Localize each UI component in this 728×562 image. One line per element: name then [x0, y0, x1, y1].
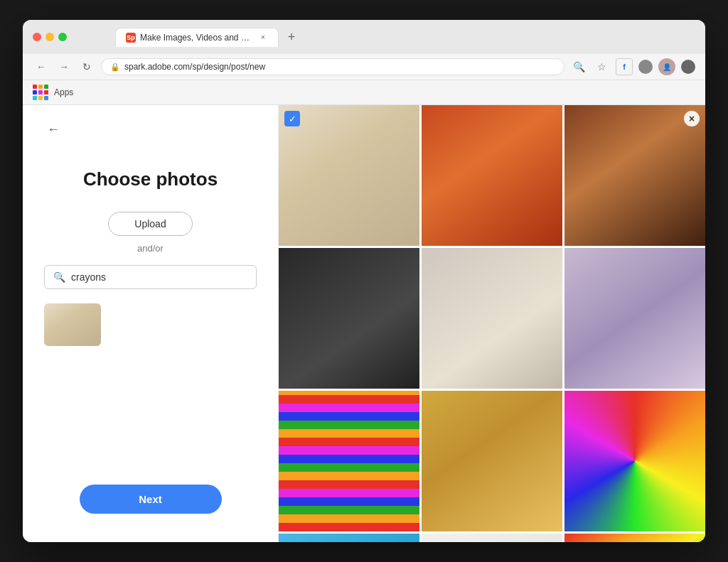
next-button[interactable]: Next: [80, 485, 222, 514]
panel-title: Choose photos: [44, 168, 257, 190]
lock-icon: 🔒: [110, 63, 120, 72]
selected-check-badge: ✓: [284, 111, 300, 126]
facebook-icon[interactable]: f: [616, 58, 633, 75]
browser-window: Sp Make Images, Videos and Web... × + ← …: [23, 20, 705, 542]
photo-placeholder: [422, 248, 562, 389]
photo-placeholder: [279, 391, 419, 531]
photo-grid-panel: ✓×: [279, 105, 705, 542]
bookmark-icon[interactable]: ☆: [593, 58, 610, 75]
photo-placeholder: [279, 534, 419, 542]
photo-cell[interactable]: [564, 391, 705, 531]
page-content: ← Choose photos Upload and/or 🔍 Next ✓×: [23, 105, 705, 542]
browser-tab[interactable]: Sp Make Images, Videos and Web... ×: [115, 28, 279, 47]
close-traffic-light[interactable]: [33, 33, 41, 41]
address-bar-row: ← → ↻ 🔒 spark.adobe.com/sp/design/post/n…: [23, 54, 705, 80]
browser-chrome: Sp Make Images, Videos and Web... × + ← …: [23, 20, 705, 105]
photo-placeholder: [422, 391, 562, 531]
minimize-traffic-light[interactable]: [46, 33, 54, 41]
photo-close-button[interactable]: ×: [684, 111, 700, 126]
address-text: spark.adobe.com/sp/design/post/new: [124, 62, 265, 72]
photo-placeholder: [564, 248, 705, 389]
photo-cell[interactable]: [279, 391, 419, 531]
toolbar-icons: 🔍 ☆ f 👤: [570, 58, 695, 75]
photo-cell[interactable]: [279, 248, 419, 389]
photo-cell[interactable]: [422, 248, 562, 389]
tab-label: Make Images, Videos and Web...: [140, 33, 254, 43]
left-panel: ← Choose photos Upload and/or 🔍 Next: [23, 105, 279, 542]
apps-label[interactable]: Apps: [54, 87, 73, 97]
photo-cell[interactable]: [422, 534, 562, 542]
back-button[interactable]: ←: [44, 119, 63, 140]
photo-cell[interactable]: [422, 105, 562, 246]
upload-button[interactable]: Upload: [108, 212, 192, 236]
photo-placeholder: [564, 391, 705, 531]
user-avatar[interactable]: 👤: [658, 58, 675, 75]
selected-photo-preview: [44, 303, 101, 346]
photo-placeholder: [279, 248, 419, 389]
apps-bar: Apps: [23, 80, 705, 105]
search-toolbar-icon[interactable]: 🔍: [570, 58, 587, 75]
photo-placeholder: [564, 534, 705, 542]
forward-button[interactable]: →: [55, 58, 73, 75]
photo-placeholder: [279, 105, 419, 246]
photo-cell[interactable]: [564, 248, 705, 389]
refresh-button[interactable]: ↻: [78, 58, 95, 75]
search-input[interactable]: [71, 271, 247, 283]
address-bar[interactable]: 🔒 spark.adobe.com/sp/design/post/new: [101, 58, 564, 75]
extension-icon[interactable]: [638, 60, 653, 74]
photo-cell[interactable]: [422, 391, 562, 531]
photo-placeholder: [564, 105, 705, 246]
new-tab-button[interactable]: +: [282, 27, 301, 47]
title-bar: Sp Make Images, Videos and Web... × +: [23, 20, 705, 54]
tab-favicon: Sp: [126, 33, 136, 43]
back-button[interactable]: ←: [33, 58, 50, 75]
maximize-traffic-light[interactable]: [58, 33, 67, 41]
menu-icon[interactable]: [681, 60, 695, 74]
search-icon: 🔍: [53, 271, 65, 283]
and-or-label: and/or: [44, 243, 257, 254]
tab-close-button[interactable]: ×: [258, 33, 268, 43]
photo-cell[interactable]: ✓: [279, 105, 419, 246]
photo-cell[interactable]: [564, 534, 705, 542]
photo-cell[interactable]: ×: [564, 105, 705, 246]
photo-placeholder: [422, 534, 562, 542]
traffic-lights: [33, 33, 67, 41]
apps-grid-icon[interactable]: [33, 85, 48, 100]
search-box: 🔍: [44, 265, 257, 289]
photo-placeholder: [422, 105, 562, 246]
photo-cell[interactable]: [279, 534, 419, 542]
photo-grid: ✓×: [279, 105, 705, 542]
